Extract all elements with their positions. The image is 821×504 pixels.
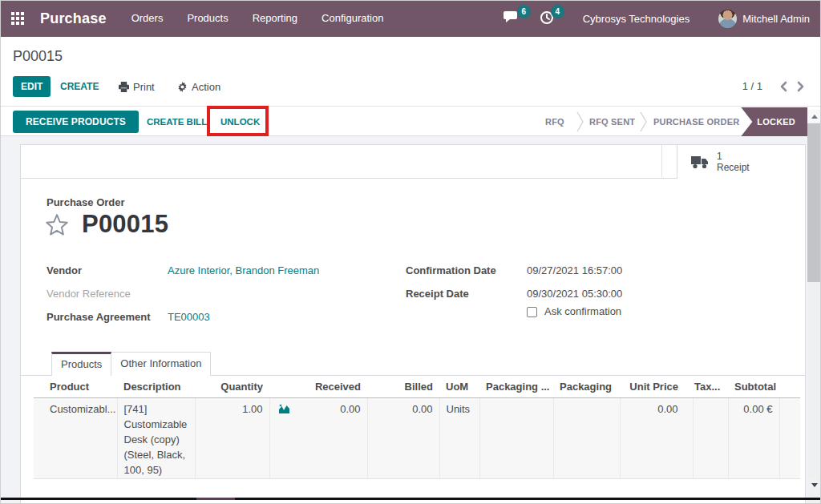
confirmation-date-value: 09/27/2021 16:57:00	[527, 264, 622, 280]
cell-trailing	[779, 398, 800, 479]
cell-quantity[interactable]: 1.00	[195, 398, 269, 479]
vendor-reference-label: Vendor Reference	[47, 288, 168, 303]
statusbar: RECEIVE PRODUCTS CREATE BILL UNLOCK RFQ …	[0, 107, 821, 136]
form-view: 1Receipt Purchase Order P00015 Vendor Az…	[0, 136, 821, 504]
pager-previous-icon[interactable]	[779, 81, 787, 92]
cell-packaging[interactable]	[553, 398, 620, 479]
forecast-chart-icon[interactable]	[278, 403, 290, 418]
user-menu[interactable]: Mitchell Admin	[718, 10, 810, 28]
tab-products[interactable]: Products	[51, 352, 111, 376]
page-title: P00015	[82, 210, 168, 239]
col-packaging-qty[interactable]: Packaging ...	[479, 376, 553, 398]
col-packaging[interactable]: Packaging	[553, 376, 620, 398]
vendor-value[interactable]: Azure Interior, Brandon Freeman	[168, 264, 319, 280]
cell-subtotal[interactable]: 0.00 €	[728, 398, 779, 479]
apps-menu-icon[interactable]	[0, 0, 35, 37]
cell-billed[interactable]: 0.00	[367, 398, 439, 479]
state-separator-icon	[576, 111, 584, 135]
action-button[interactable]: Action	[177, 81, 220, 93]
cell-taxes[interactable]	[693, 398, 728, 479]
app-menus: Orders Products Reporting Configuration	[119, 0, 396, 37]
top-navbar: Purchase Orders Products Reporting Confi…	[0, 0, 821, 37]
notebook-tabs: Products Other Information	[21, 352, 805, 376]
create-bill-button[interactable]: CREATE BILL	[147, 117, 207, 127]
systray: 6 4 Cybrosys Technologies Mitchell Admin	[504, 0, 821, 37]
control-panel: EDIT CREATE Print Action 1 / 1	[0, 71, 821, 107]
menu-orders[interactable]: Orders	[119, 0, 176, 37]
receipt-label: Receipt	[717, 162, 750, 173]
col-unit-price[interactable]: Unit Price	[620, 376, 693, 398]
vertical-scrollbar[interactable]	[807, 110, 821, 504]
breadcrumb-row: P00015	[0, 37, 821, 71]
user-avatar	[718, 10, 737, 28]
col-uom[interactable]: UoM	[439, 376, 479, 398]
pager: 1 / 1	[742, 80, 805, 92]
button-box: 1Receipt	[21, 145, 805, 179]
truck-icon	[690, 155, 710, 169]
col-received[interactable]: Received	[269, 376, 367, 398]
app-name[interactable]: Purchase	[40, 10, 107, 27]
cell-uom[interactable]: Units	[439, 398, 479, 479]
bottom-edge	[0, 498, 821, 500]
edit-button[interactable]: EDIT	[13, 76, 51, 97]
col-product[interactable]: Product	[34, 376, 117, 398]
state-rfq-sent[interactable]: RFQ SENT	[589, 117, 635, 127]
state-rfq[interactable]: RFQ	[545, 117, 564, 127]
printer-icon	[119, 82, 129, 92]
tab-other-information[interactable]: Other Information	[111, 352, 211, 376]
cell-packaging-qty[interactable]	[479, 398, 553, 479]
print-button[interactable]: Print	[119, 81, 155, 93]
gear-icon	[177, 82, 188, 92]
menu-products[interactable]: Products	[175, 0, 240, 37]
pager-next-icon[interactable]	[797, 81, 805, 92]
user-name: Mitchell Admin	[742, 13, 810, 25]
scroll-down-icon[interactable]	[807, 478, 821, 492]
col-taxes[interactable]: Tax...	[693, 376, 728, 398]
purchase-agreement-label: Purchase Agreement	[47, 311, 168, 326]
cell-description[interactable]: [741] Customizable Desk (copy) (Steel, B…	[117, 398, 195, 479]
confirmation-date-label: Confirmation Date	[406, 264, 527, 280]
messages-badge: 6	[517, 5, 531, 18]
table-header-row: Product Description Quantity Received Bi…	[34, 376, 800, 398]
cell-product[interactable]: Customizabl...	[34, 398, 117, 479]
state-separator-icon	[640, 111, 647, 135]
bottom-edge-accent	[196, 498, 235, 500]
cell-received[interactable]: 0.00	[269, 398, 367, 479]
cell-unit-price[interactable]: 0.00	[620, 398, 693, 479]
menu-configuration[interactable]: Configuration	[309, 0, 395, 37]
purchase-agreement-value[interactable]: TE00003	[168, 311, 210, 326]
col-subtotal[interactable]: Subtotal	[728, 376, 779, 398]
status-pipeline: RFQ RFQ SENT PURCHASE ORDER LOCKED	[500, 107, 821, 136]
form-sheet: 1Receipt Purchase Order P00015 Vendor Az…	[20, 144, 806, 504]
activities-icon[interactable]: 4	[540, 10, 554, 27]
breadcrumb: P00015	[13, 48, 63, 65]
favorite-star-icon[interactable]	[45, 213, 69, 236]
title-label: Purchase Order	[47, 196, 805, 208]
state-purchase-order[interactable]: PURCHASE ORDER	[653, 117, 739, 127]
company-switcher[interactable]: Cybrosys Technologies	[583, 13, 690, 25]
col-billed[interactable]: Billed	[367, 376, 439, 398]
receipt-count: 1	[717, 151, 750, 162]
receipt-smart-button[interactable]: 1Receipt	[677, 145, 805, 179]
field-groups: Vendor Azure Interior, Brandon Freeman V…	[47, 264, 779, 335]
vendor-label: Vendor	[47, 264, 168, 280]
menu-reporting[interactable]: Reporting	[241, 0, 309, 37]
unlock-button[interactable]: UNLOCK	[220, 117, 260, 127]
scroll-up-icon[interactable]	[807, 110, 821, 123]
order-lines-table: Product Description Quantity Received Bi…	[34, 376, 800, 479]
pager-count: 1 / 1	[742, 80, 762, 92]
col-trailing	[779, 376, 800, 398]
col-quantity[interactable]: Quantity	[195, 376, 269, 398]
receipt-date-value: 09/30/2021 05:30:00	[527, 288, 622, 303]
activities-badge: 4	[551, 5, 564, 18]
scrollbar-thumb[interactable]	[807, 123, 821, 282]
receipt-date-label: Receipt Date	[406, 288, 527, 303]
messages-icon[interactable]: 6	[504, 10, 520, 26]
create-button[interactable]: CREATE	[60, 81, 99, 92]
col-description[interactable]: Description	[117, 376, 195, 398]
ask-confirmation-label: Ask confirmation	[544, 305, 621, 317]
order-line-row[interactable]: Customizabl... [741] Customizable Desk (…	[34, 398, 800, 479]
state-locked[interactable]: LOCKED	[741, 107, 807, 136]
receive-products-button[interactable]: RECEIVE PRODUCTS	[13, 111, 139, 133]
ask-confirmation-checkbox[interactable]	[527, 307, 537, 317]
